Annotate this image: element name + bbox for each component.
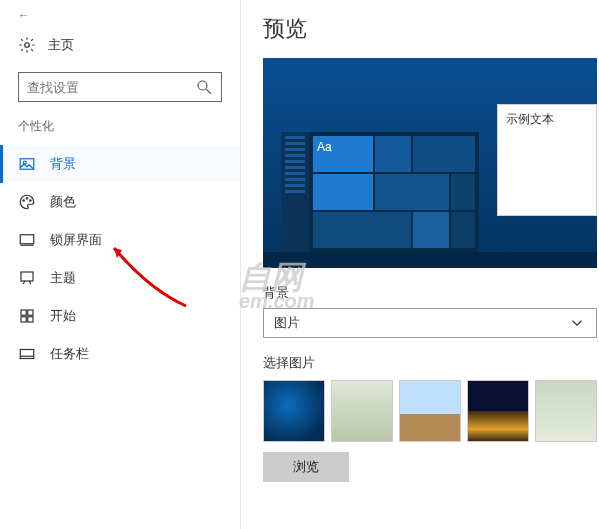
nav-label: 任务栏: [50, 345, 89, 363]
picture-thumbs: [263, 380, 597, 442]
chevron-down-icon: [568, 314, 586, 332]
search-icon: [195, 78, 213, 96]
svg-point-7: [30, 200, 32, 202]
home-link[interactable]: 主页: [0, 28, 240, 62]
nav-themes[interactable]: 主题: [0, 259, 240, 297]
nav-taskbar[interactable]: 任务栏: [0, 335, 240, 373]
background-type-select[interactable]: 图片: [263, 308, 597, 338]
picture-thumb[interactable]: [263, 380, 325, 442]
nav-background[interactable]: 背景: [0, 145, 240, 183]
svg-rect-8: [20, 235, 34, 244]
search-input[interactable]: [27, 80, 195, 95]
start-icon: [18, 307, 36, 325]
settings-sidebar: ← 主页 个性化 背景 颜色: [0, 0, 241, 529]
select-value: 图片: [274, 314, 300, 332]
background-section-label: 背景: [263, 284, 597, 302]
home-label: 主页: [48, 36, 74, 54]
main-content: 预览 示例文本 自网 em.com 背景 图片: [241, 0, 599, 529]
category-label: 个性化: [0, 112, 240, 145]
nav-start[interactable]: 开始: [0, 297, 240, 335]
picture-thumb[interactable]: [467, 380, 529, 442]
gear-icon: [18, 36, 36, 54]
choose-picture-label: 选择图片: [263, 354, 597, 372]
nav-label: 颜色: [50, 193, 76, 211]
svg-point-6: [26, 198, 28, 200]
nav-lockscreen[interactable]: 锁屏界面: [0, 221, 240, 259]
svg-rect-10: [21, 272, 33, 281]
svg-point-5: [23, 200, 25, 202]
browse-button[interactable]: 浏览: [263, 452, 349, 482]
svg-rect-14: [28, 317, 33, 322]
nav-colors[interactable]: 颜色: [0, 183, 240, 221]
taskbar-icon: [18, 345, 36, 363]
page-title: 预览: [263, 14, 597, 44]
svg-line-2: [206, 89, 211, 94]
nav-label: 主题: [50, 269, 76, 287]
nav-label: 背景: [50, 155, 76, 173]
svg-rect-11: [21, 310, 26, 315]
preview-startmenu: [281, 132, 479, 252]
svg-point-0: [25, 43, 30, 48]
sample-text: 示例文本: [506, 112, 554, 126]
picture-icon: [18, 155, 36, 173]
brush-icon: [18, 269, 36, 287]
nav-label: 开始: [50, 307, 76, 325]
nav-label: 锁屏界面: [50, 231, 102, 249]
picture-thumb[interactable]: [535, 380, 597, 442]
palette-icon: [18, 193, 36, 211]
svg-rect-13: [21, 317, 26, 322]
picture-thumb[interactable]: [331, 380, 393, 442]
preview-taskbar: [263, 252, 597, 268]
picture-thumb[interactable]: [399, 380, 461, 442]
svg-point-1: [198, 81, 207, 90]
search-box[interactable]: [18, 72, 222, 102]
window-controls: ←: [0, 8, 240, 28]
svg-rect-15: [20, 350, 34, 359]
preview-sample-window: 示例文本: [497, 104, 597, 216]
monitor-icon: [18, 231, 36, 249]
desktop-preview: 示例文本: [263, 58, 597, 268]
svg-rect-12: [28, 310, 33, 315]
